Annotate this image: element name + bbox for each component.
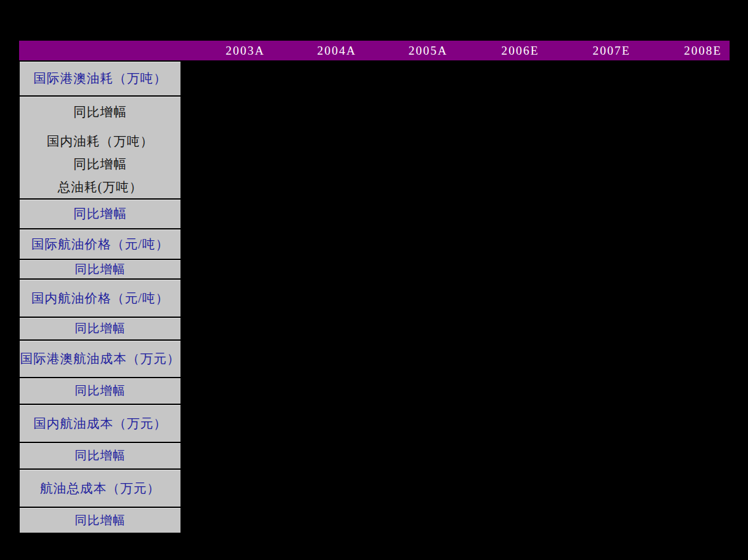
row-label-group-domestic-and-total-oil: 同比增幅 国内油耗（万吨） 同比增幅 总油耗(万吨） bbox=[20, 97, 180, 200]
row-label-intl-hkmo-jet-fuel-cost: 国际港澳航油成本（万元） bbox=[20, 341, 180, 378]
year-column-header: 2003A bbox=[181, 41, 273, 60]
row-label-yoy-growth: 同比增幅 bbox=[20, 443, 180, 470]
row-label-yoy-growth: 同比增幅 bbox=[74, 100, 127, 123]
year-column-header: 2005A bbox=[364, 41, 456, 60]
year-column-header: 2004A bbox=[273, 41, 364, 60]
row-label-total-oil-consumption: 总油耗(万吨） bbox=[58, 175, 143, 198]
year-column-header: 2008E bbox=[638, 41, 730, 60]
row-label-intl-jet-fuel-price: 国际航油价格（元/吨） bbox=[20, 229, 180, 260]
year-column-header: 2006E bbox=[455, 41, 547, 60]
row-label-intl-hkmo-oil-consumption: 国际港澳油耗（万吨） bbox=[20, 62, 180, 97]
row-label-column: 国际港澳油耗（万吨） 同比增幅 国内油耗（万吨） 同比增幅 总油耗(万吨） 同比… bbox=[19, 60, 182, 534]
row-label-yoy-growth: 同比增幅 bbox=[20, 260, 180, 280]
row-label-yoy-growth: 同比增幅 bbox=[20, 508, 180, 534]
row-label-domestic-jet-fuel-cost: 国内航油成本（万元） bbox=[20, 405, 180, 443]
header-spacer bbox=[19, 41, 181, 60]
row-label-domestic-jet-fuel-price: 国内航油价格（元/吨） bbox=[20, 280, 180, 318]
row-label-yoy-growth: 同比增幅 bbox=[20, 318, 180, 341]
row-label-yoy-growth: 同比增幅 bbox=[20, 378, 180, 405]
row-label-total-jet-fuel-cost: 航油总成本（万元） bbox=[20, 470, 180, 508]
row-label-yoy-growth: 同比增幅 bbox=[74, 153, 127, 175]
page-background: 2003A 2004A 2005A 2006E 2007E 2008E 国际港澳… bbox=[0, 0, 748, 560]
row-label-domestic-oil-consumption: 国内油耗（万吨） bbox=[47, 130, 154, 153]
table-year-header-row: 2003A 2004A 2005A 2006E 2007E 2008E bbox=[19, 41, 730, 60]
year-column-header: 2007E bbox=[547, 41, 638, 60]
row-label-yoy-growth: 同比增幅 bbox=[20, 200, 180, 229]
